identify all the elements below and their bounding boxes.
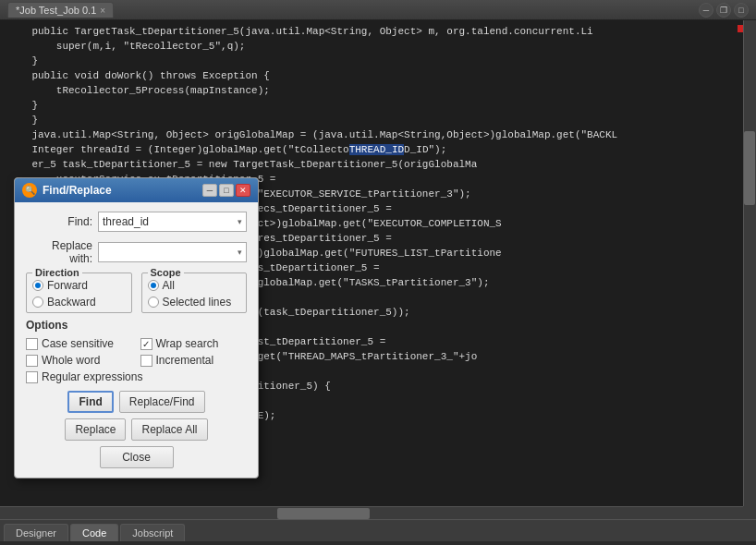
direction-legend: Direction <box>32 267 82 278</box>
case-sensitive-row[interactable]: Case sensitive <box>26 337 133 350</box>
button-row-2: Replace Replace All <box>26 418 247 441</box>
close-row: Close <box>26 446 247 468</box>
close-button[interactable]: Close <box>100 446 174 468</box>
find-value: thread_id <box>103 215 149 228</box>
dialog-titlebar: 🔍 Find/Replace ─ □ ✕ <box>15 178 258 202</box>
wrap-search-label: Wrap search <box>156 337 219 350</box>
selected-radio-row[interactable]: Selected lines <box>148 296 241 309</box>
regex-label: Regular expressions <box>42 370 142 383</box>
bottom-tabs: DesignerCodeJobscript <box>0 519 756 541</box>
options-header: Options <box>26 319 247 332</box>
backward-label: Backward <box>47 296 96 309</box>
horizontal-scroll-thumb[interactable] <box>277 508 370 519</box>
options-grid: Case sensitive ✓ Wrap search Whole word … <box>26 337 247 383</box>
incremental-row[interactable]: Incremental <box>140 354 248 367</box>
button-row-1: Find Replace/Find <box>26 391 247 413</box>
tab-label: *Job Test_Job 0.1 <box>16 5 96 16</box>
direction-group: Direction Forward Backward <box>26 272 132 313</box>
vertical-scrollbar[interactable] <box>743 20 756 506</box>
whole-word-checkbox[interactable] <box>26 355 38 367</box>
scope-group: Scope All Selected lines <box>141 272 248 313</box>
all-label: All <box>163 279 175 292</box>
selected-radio[interactable] <box>148 297 159 308</box>
code-line: } <box>7 54 739 68</box>
dialog-minimize-button[interactable]: ─ <box>202 184 217 197</box>
direction-scope-row: Direction Forward Backward <box>26 272 247 313</box>
regex-checkbox[interactable] <box>26 371 38 383</box>
find-button[interactable]: Find <box>67 391 113 413</box>
all-radio[interactable] <box>148 280 159 291</box>
title-bar: *Job Test_Job 0.1 × ─ ❐ □ <box>0 0 756 20</box>
dialog-icon: 🔍 <box>22 183 37 198</box>
title-bar-controls: ─ ❐ □ <box>699 3 749 18</box>
incremental-checkbox[interactable] <box>140 355 152 367</box>
forward-radio-row[interactable]: Forward <box>32 279 126 292</box>
bottom-tab-jobscript[interactable]: Jobscript <box>120 524 185 541</box>
case-sensitive-label: Case sensitive <box>42 337 114 350</box>
dialog-title-left: 🔍 Find/Replace <box>22 183 112 198</box>
wrap-search-checkbox[interactable]: ✓ <box>140 338 152 350</box>
selected-label: Selected lines <box>163 296 232 309</box>
editor-area: public TargetTask_tDepartitioner_5(java.… <box>0 20 756 519</box>
restore-button[interactable]: ❐ <box>716 3 731 18</box>
whole-word-row[interactable]: Whole word <box>26 354 133 367</box>
vertical-scroll-thumb[interactable] <box>744 131 755 205</box>
replace-input[interactable]: ▾ <box>98 242 247 262</box>
find-replace-dialog: 🔍 Find/Replace ─ □ ✕ Find: thread_id ▾ <box>14 177 259 478</box>
scrollbar-corner <box>743 506 756 519</box>
find-row: Find: thread_id ▾ <box>26 212 247 232</box>
code-line: er_5 task_tDepartitioner_5 = new TargetT… <box>7 157 739 172</box>
find-label: Find: <box>26 215 92 228</box>
replace-row: Replace with: ▾ <box>26 239 247 265</box>
wrap-search-row[interactable]: ✓ Wrap search <box>140 337 248 350</box>
code-line: java.util.Map<String, Object> origGlobal… <box>7 127 739 142</box>
backward-radio[interactable] <box>32 297 43 308</box>
code-line: public TargetTask_tDepartitioner_5(java.… <box>7 24 739 39</box>
case-sensitive-checkbox[interactable] <box>26 338 38 350</box>
horizontal-scrollbar[interactable] <box>0 506 743 519</box>
regex-row[interactable]: Regular expressions <box>26 370 247 383</box>
bottom-tab-designer[interactable]: Designer <box>4 524 68 541</box>
dialog-controls: ─ □ ✕ <box>202 184 250 197</box>
code-line: } <box>7 113 739 127</box>
dialog-title: Find/Replace <box>43 184 112 197</box>
find-input[interactable]: thread_id ▾ <box>98 212 247 232</box>
bottom-tab-code[interactable]: Code <box>70 524 118 541</box>
dialog-content: Find: thread_id ▾ Replace with: ▾ <box>15 202 258 478</box>
maximize-button[interactable]: □ <box>734 3 749 18</box>
forward-radio[interactable] <box>32 280 43 291</box>
title-tab[interactable]: *Job Test_Job 0.1 × <box>7 2 114 18</box>
tab-close-icon[interactable]: × <box>100 6 105 16</box>
code-line: } <box>7 98 739 113</box>
replace-all-button[interactable]: Replace All <box>131 418 207 441</box>
incremental-label: Incremental <box>156 354 214 367</box>
dialog-box: 🔍 Find/Replace ─ □ ✕ Find: thread_id ▾ <box>14 177 259 478</box>
replace-find-button[interactable]: Replace/Find <box>119 391 205 413</box>
replace-button[interactable]: Replace <box>65 418 126 441</box>
find-dropdown-icon[interactable]: ▾ <box>238 217 242 226</box>
dialog-maximize-button[interactable]: □ <box>219 184 234 197</box>
title-bar-left: *Job Test_Job 0.1 × <box>7 2 114 18</box>
replace-dropdown-icon[interactable]: ▾ <box>238 248 242 257</box>
code-line: public void doWork() throws Exception { <box>7 68 739 83</box>
minimize-button[interactable]: ─ <box>699 3 713 18</box>
scope-legend: Scope <box>148 267 184 278</box>
backward-radio-row[interactable]: Backward <box>32 296 126 309</box>
code-line: super(m,i, "tRecollector_5",q); <box>7 39 739 54</box>
all-radio-row[interactable]: All <box>148 279 241 292</box>
forward-label: Forward <box>47 279 88 292</box>
dialog-close-button[interactable]: ✕ <box>236 184 250 197</box>
whole-word-label: Whole word <box>42 354 100 367</box>
code-line: Integer threadId = (Integer)globalMap.ge… <box>7 142 739 157</box>
replace-label: Replace with: <box>26 239 92 265</box>
code-line: tRecollector_5Process(mapInstance); <box>7 83 739 98</box>
